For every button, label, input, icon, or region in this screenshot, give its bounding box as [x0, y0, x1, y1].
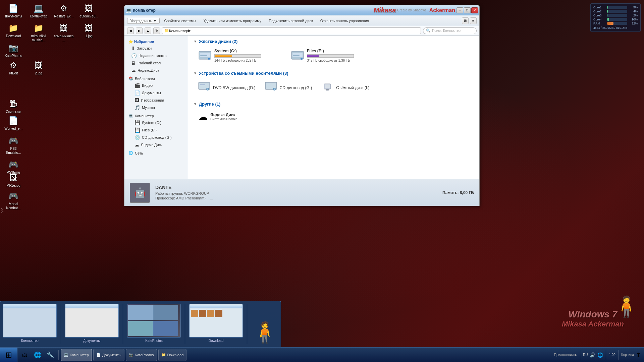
close-button[interactable]: ✕ [471, 7, 478, 13]
yandex-disk-item[interactable]: ☁ Яндекс.Диск Системная папка [197, 110, 474, 124]
sidebar-item-yandex-fav[interactable]: ☁ Яндекс.Диск [124, 67, 188, 74]
recent-icon: 🕐 [131, 53, 137, 58]
sidebar-network: 🌐 Сеть [124, 150, 188, 156]
apps-label[interactable]: Приложения ▶ [554, 353, 577, 357]
hard-drives-header[interactable]: ▼ Жёсткие диски (2) [194, 39, 474, 44]
task-dokumenty[interactable]: 📄 Документы [93, 349, 124, 361]
quick-browser-button[interactable]: 🌐 [32, 349, 44, 361]
computer-title[interactable]: 💻 Компьютер [124, 113, 188, 119]
desktop-icon-e5feae[interactable]: 🖼 e5feae7e0... [77, 2, 101, 20]
sidebar-item-video[interactable]: 🎬 Видео [124, 82, 188, 89]
cd-name: CD-дисковод (G:) [280, 85, 312, 90]
back-button[interactable]: ◀ [127, 27, 134, 34]
ram-status: Память: 8,00 ГБ [442, 190, 474, 195]
forward-button[interactable]: ▶ [136, 27, 143, 34]
ackerman-title-badge: Ackerman [429, 7, 455, 13]
removable-section: ▼ Устройства со съёмными носителями (3) [194, 71, 474, 96]
uninstall-button[interactable]: Удалить или изменить программу [200, 18, 264, 24]
title-bar-text: Компьютер [133, 8, 294, 13]
desktop-icon-worked[interactable]: 📄 Worked_e... [2, 114, 25, 132]
address-path[interactable]: 📁 Компьютер ▶ [162, 27, 421, 34]
desktop-icon-katephotos[interactable]: 📷 KatePhotos [2, 41, 25, 59]
desktop-icon-kompyuter[interactable]: 💻 Компьютер [27, 2, 50, 20]
task-kompyuter[interactable]: 💻 Компьютер [61, 349, 92, 361]
sidebar-item-images[interactable]: 🖼 Изображения [124, 97, 188, 104]
map-drive-button[interactable]: Подключить сетевой диск [266, 18, 316, 24]
quick-explorer-icon: 🗂 [22, 351, 28, 358]
desktop-icon-download[interactable]: 📁 Download [2, 21, 25, 40]
organize-button[interactable]: Упорядочить ▼ [127, 18, 160, 24]
dvd-name: DVD RW дисковод (D:) [213, 85, 256, 90]
start-button[interactable]: ⊞ [0, 348, 17, 362]
svg-rect-18 [325, 84, 330, 88]
documents-icon: 📄 [8, 3, 19, 14]
volume-icon[interactable]: 🔊 [590, 352, 595, 358]
minimize-button[interactable]: ─ [457, 7, 463, 13]
desktop-icon-2jpg[interactable]: 🖼 2.jpg [27, 59, 50, 77]
workgroup-label: Рабочая группа: WORKGROUP [155, 191, 437, 195]
other-header[interactable]: ▼ Другие (1) [194, 102, 474, 107]
desktop-icon-1jpg[interactable]: 🖼 1.jpg [77, 21, 101, 40]
sidebar-item-zagruzki[interactable]: ⬇ Загрузки [124, 45, 188, 52]
desktop-icon-documents[interactable]: 📄 Документы [2, 2, 25, 20]
desktop-icon-restart-ex[interactable]: ⚙ Restart_Ex... [52, 2, 75, 20]
quick-tool-icon: 🔧 [47, 351, 54, 359]
libraries-title[interactable]: 📚 Библиотеки [124, 75, 188, 82]
skiny-label: Скины.rar [6, 110, 21, 114]
media-item-d[interactable]: DVD RW дисковод (D:) [197, 79, 257, 96]
sidebar-item-c[interactable]: 💾 System (C:) [124, 119, 188, 126]
task-katephotos-label: KatePhotos [135, 353, 154, 357]
core2-val: 4% [629, 10, 638, 13]
sidebar-item-music[interactable]: 🎵 Музыка [124, 104, 188, 111]
desktop-icon-mf1jpg[interactable]: 🖼 MF1e.jpg [2, 171, 25, 189]
view-toggle[interactable]: ⊞ [462, 17, 469, 24]
quick-explorer-button[interactable]: 🗂 [19, 349, 31, 361]
computer-icon: 💻 [128, 114, 133, 118]
preview-dokumenty-label: Документы [83, 339, 101, 343]
task-download[interactable]: 📁 Download [158, 349, 187, 361]
network-icon-tray[interactable]: 🌐 [597, 352, 603, 358]
desktop-icon-skiny[interactable]: 🗜 Скины.rar [2, 97, 25, 115]
other-section: ▼ Другие (1) ☁ Яндекс.Диск Системная пап… [194, 102, 474, 124]
ram-fill [607, 22, 613, 25]
up-button[interactable]: ▲ [145, 27, 151, 34]
maximize-button[interactable]: □ [464, 7, 471, 13]
removable-header[interactable]: ▼ Устройства со съёмными носителями (3) [194, 71, 474, 76]
desktop-icon-ps3emulato[interactable]: 🎮 PS3Emulato... [2, 134, 25, 156]
media-item-g[interactable]: CD-дисковод (G:) [264, 79, 314, 96]
sidebar-item-e[interactable]: 💾 Files (E:) [124, 126, 188, 134]
sidebar-item-docs[interactable]: 📄 Документы [124, 89, 188, 97]
desktop-icons-col2: 💻 Компьютер 📁 mirai nikki musica .. [27, 2, 50, 44]
control-panel-label: Открыть панель управления [320, 19, 369, 23]
view-details[interactable]: ≡ [470, 17, 477, 24]
c-drive-label: System (C:) [142, 121, 161, 125]
sidebar-item-yandex-comp[interactable]: ☁ Яндекс.Диск [124, 141, 188, 148]
disk-item-c[interactable]: System (C:) 144 ГБ свободно из 232 ГБ [197, 47, 284, 65]
system-properties-button[interactable]: Свойства системы [161, 18, 199, 24]
sidebar-item-recent[interactable]: 🕐 Недавние места [124, 52, 188, 59]
search-box[interactable]: 🔍 Поиск: Компьютер [423, 27, 477, 34]
disk-item-e[interactable]: Files (E:) 342 ГБ свободно из 1,36 ТБ [289, 47, 377, 65]
sidebar-item-g[interactable]: 💿 CD-дисковод (G:) [124, 134, 188, 141]
refresh-button[interactable]: ↻ [153, 27, 160, 34]
sidebar-item-desktop[interactable]: 🖥 Рабочий стол [124, 59, 188, 67]
desktop-icon-kfedit[interactable]: ⚙ KfEdit [2, 59, 25, 77]
task-katephotos[interactable]: 📷 KatePhotos [126, 349, 157, 361]
desktop-icons-col4: 🖼 e5feae7e0... 🖼 1.jpg [77, 2, 101, 40]
network-title[interactable]: 🌐 Сеть [124, 150, 188, 156]
desktop-icon-mirai-nikki[interactable]: 📁 mirai nikki musica .. [27, 21, 50, 44]
control-panel-button[interactable]: Открыть панель управления [317, 18, 372, 24]
mini-explorer-content [3, 304, 56, 337]
desktop-icon-tema[interactable]: 🖼 тема микаса ... [52, 21, 75, 44]
desktop-icon-sidebar: 🖥 [131, 60, 136, 66]
desktop-icons-col3: ⚙ Restart_Ex... 🖼 тема микаса ... [52, 2, 75, 44]
media-item-i[interactable]: Съёмный диск (I:) [320, 79, 371, 96]
quick-tool-button[interactable]: 🔧 [44, 349, 56, 361]
recycle-bin-icon[interactable]: 🗑 [636, 352, 641, 358]
preview-download: Download [189, 304, 243, 344]
recycle-bin-label: Корзина [621, 353, 634, 357]
preview-anime-char: 🧍 [251, 304, 278, 344]
task-kompyuter-label: Компьютер [70, 353, 89, 357]
tray-clock[interactable]: 1:09 [609, 353, 615, 357]
desktop-icon-mortal-kombat[interactable]: 🎮 MortalKombat... [2, 189, 25, 212]
